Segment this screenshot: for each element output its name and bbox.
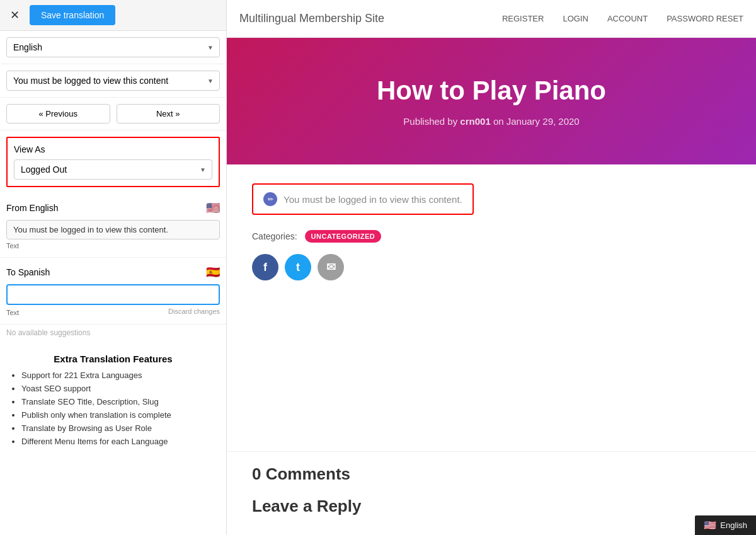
site-title: Multilingual Membership Site xyxy=(239,12,384,25)
nav-register[interactable]: REGISTER xyxy=(502,14,544,23)
view-as-select-wrap: Logged Out Logged In Administrator xyxy=(14,159,212,180)
nav-password-reset[interactable]: PASSWORD RESET xyxy=(667,14,743,23)
string-select-section: You must be logged to view this content xyxy=(0,64,226,98)
view-as-label: View As xyxy=(14,144,212,154)
locked-message: You must be logged in to view this conte… xyxy=(284,194,462,205)
categories-row: Categories: UNCATEGORIZED xyxy=(252,230,731,243)
nav-login[interactable]: LOGIN xyxy=(563,14,588,23)
leave-reply-heading: Leave a Reply xyxy=(252,497,731,516)
language-select-section: English Spanish French German xyxy=(0,31,226,64)
to-type-label: Text xyxy=(6,309,19,316)
from-english-section: From English 🇺🇸 You must be logged in to… xyxy=(0,193,226,258)
nav-links: REGISTER LOGIN ACCOUNT PASSWORD RESET xyxy=(502,14,743,23)
comments-heading: 0 Comments xyxy=(252,464,731,484)
list-item: Yoast SEO support xyxy=(21,384,217,393)
to-header: To Spanish 🇪🇸 xyxy=(6,265,220,279)
view-as-section: View As Logged Out Logged In Administrat… xyxy=(6,137,220,187)
site-nav: Multilingual Membership Site REGISTER LO… xyxy=(227,0,756,38)
extra-features-section: Extra Translation Features Support for 2… xyxy=(0,343,226,460)
from-type-label: Text xyxy=(6,242,220,250)
social-buttons: f t ✉ xyxy=(252,254,731,280)
facebook-button[interactable]: f xyxy=(252,254,278,280)
to-spanish-input[interactable] xyxy=(6,284,220,305)
list-item: Support for 221 Extra Languages xyxy=(21,371,217,380)
discard-row: Text Discard changes xyxy=(6,306,220,316)
hero-author: crn001 xyxy=(460,116,490,127)
no-suggestions: No available suggestions xyxy=(0,328,226,343)
right-panel: Multilingual Membership Site REGISTER LO… xyxy=(227,0,756,535)
discard-link[interactable]: Discard changes xyxy=(168,308,220,315)
language-select[interactable]: English Spanish French German xyxy=(6,37,220,57)
extra-features-title: Extra Translation Features xyxy=(9,354,217,364)
twitter-button[interactable]: t xyxy=(285,254,311,280)
email-button[interactable]: ✉ xyxy=(318,254,344,280)
hero-title: How to Play Piano xyxy=(252,76,731,106)
list-item: Translate SEO Title, Description, Slug xyxy=(21,397,217,406)
leave-reply-section: Leave a Reply xyxy=(252,497,731,516)
view-as-select[interactable]: Logged Out Logged In Administrator xyxy=(14,159,212,180)
nav-buttons: « Previous Next » xyxy=(0,98,226,130)
from-label: From English xyxy=(6,203,58,213)
language-select-wrap: English Spanish French German xyxy=(6,37,220,57)
left-toolbar: ✕ Save translation xyxy=(0,0,226,31)
string-select-wrap: You must be logged to view this content xyxy=(6,71,220,91)
prev-button[interactable]: « Previous xyxy=(6,104,110,124)
to-spanish-section: To Spanish 🇪🇸 Text Discard changes xyxy=(0,258,226,325)
category-badge[interactable]: UNCATEGORIZED xyxy=(305,230,382,243)
comments-section: 0 Comments Leave a Reply xyxy=(227,451,756,535)
extra-features-list: Support for 221 Extra Languages Yoast SE… xyxy=(9,371,217,446)
from-flag: 🇺🇸 xyxy=(206,201,220,215)
nav-account[interactable]: ACCOUNT xyxy=(607,14,648,23)
save-translation-button[interactable]: Save translation xyxy=(30,5,115,25)
list-item: Publish only when translation is complet… xyxy=(21,410,217,420)
string-select[interactable]: You must be logged to view this content xyxy=(6,71,220,91)
list-item: Translate by Browsing as User Role xyxy=(21,423,217,433)
content-area: ✏ You must be logged in to view this con… xyxy=(227,164,756,451)
hero-published: Published by crn001 on January 29, 2020 xyxy=(252,116,731,127)
lang-label: English xyxy=(720,521,747,530)
next-button[interactable]: Next » xyxy=(117,104,220,124)
to-label: To Spanish xyxy=(6,267,50,277)
from-text-box: You must be logged in to view this conte… xyxy=(6,220,220,239)
categories-label: Categories: xyxy=(252,231,297,241)
to-flag: 🇪🇸 xyxy=(206,265,220,279)
locked-content-box: ✏ You must be logged in to view this con… xyxy=(252,183,474,215)
language-bar[interactable]: 🇺🇸 English xyxy=(695,515,756,535)
hero-section: How to Play Piano Published by crn001 on… xyxy=(227,38,756,164)
list-item: Different Menu Items for each Language xyxy=(21,437,217,446)
left-panel: ✕ Save translation English Spanish Frenc… xyxy=(0,0,227,535)
edit-icon: ✏ xyxy=(263,192,277,206)
lang-flag: 🇺🇸 xyxy=(704,519,716,531)
from-header: From English 🇺🇸 xyxy=(6,201,220,215)
close-button[interactable]: ✕ xyxy=(6,7,23,23)
